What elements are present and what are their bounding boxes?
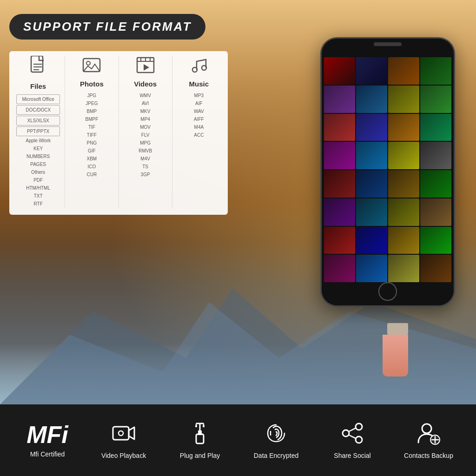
photo-cell-7 <box>388 86 419 113</box>
svg-point-7 <box>86 61 90 65</box>
photo-cell-27 <box>388 227 419 254</box>
photos-column: Photos JPG JPEG BMP BMPF TIF TIFF PNG GI… <box>65 56 119 208</box>
feature-contacts: Contacts Backup <box>390 421 467 459</box>
music-item-2: WAV <box>175 107 223 115</box>
photos-item-6: PNG <box>67 139 116 147</box>
videos-item-7: RMVB <box>121 147 170 155</box>
svg-line-32 <box>349 435 356 438</box>
videos-header: Videos <box>121 80 170 88</box>
usb-drive <box>383 323 408 377</box>
svg-point-18 <box>119 431 123 436</box>
files-item-11: TXT <box>14 192 62 200</box>
photos-item-8: XBM <box>67 155 116 163</box>
files-item-5: KEY <box>14 145 62 152</box>
photo-cell-10 <box>356 114 387 141</box>
photo-cell-1 <box>324 57 355 85</box>
photos-item-3: BMPF <box>67 115 116 123</box>
svg-marker-13 <box>144 64 149 71</box>
photo-cell-19 <box>388 170 419 198</box>
photo-cell-29 <box>324 255 355 282</box>
files-item-8: Others <box>14 168 62 176</box>
person-add-icon <box>416 421 441 448</box>
photos-item-5: TIFF <box>67 131 116 139</box>
files-item-3: PPT/PPTX <box>16 126 60 136</box>
photo-cell-12 <box>420 114 451 141</box>
photos-icon <box>67 56 116 77</box>
photo-cell-20 <box>420 170 451 198</box>
feature-video-label: Video Playback <box>101 452 146 459</box>
photo-cell-5 <box>324 86 355 113</box>
feature-encrypt-label: Data Encrypted <box>254 452 299 459</box>
files-item-4: Apple iWork <box>14 137 62 145</box>
files-header: Files <box>14 82 62 90</box>
feature-contacts-label: Contacts Backup <box>404 452 453 459</box>
photos-item-9: ICO <box>67 163 116 171</box>
phone-mockup <box>313 37 462 339</box>
fingerprint-icon <box>264 421 288 448</box>
mfi-text: MFi <box>26 423 68 447</box>
svg-rect-19 <box>196 434 204 443</box>
photos-item-1: JPEG <box>67 99 116 107</box>
photo-cell-18 <box>356 170 387 198</box>
svg-point-29 <box>343 430 349 436</box>
photo-cell-32 <box>420 255 451 282</box>
videos-item-0: WMV <box>121 92 170 99</box>
files-item-10: HTM/HTML <box>14 184 62 192</box>
photo-cell-2 <box>356 57 387 85</box>
photo-cell-23 <box>388 198 419 226</box>
files-item-2: XLS/XLSX <box>16 116 60 126</box>
music-header: Music <box>175 80 223 88</box>
photo-cell-21 <box>324 198 355 226</box>
music-item-4: M4A <box>175 123 223 131</box>
photo-cell-3 <box>388 57 419 85</box>
title-banner: SUPPORT FILE FORMAT <box>9 14 205 40</box>
files-item-1: DOC/DOCX <box>16 105 60 115</box>
svg-rect-25 <box>195 425 197 427</box>
music-icon <box>175 56 223 77</box>
photo-cell-31 <box>388 255 419 282</box>
photo-cell-13 <box>324 142 355 169</box>
videos-item-3: MP4 <box>121 115 170 123</box>
photo-cell-30 <box>356 255 387 282</box>
files-item-9: PDF <box>14 176 62 184</box>
videos-icon <box>121 56 170 77</box>
photo-cell-24 <box>420 198 451 226</box>
title-text: SUPPORT FILE FORMAT <box>23 20 192 33</box>
camera-icon <box>112 421 136 448</box>
feature-video: Video Playback <box>86 421 162 459</box>
svg-rect-26 <box>203 425 205 427</box>
svg-rect-20 <box>198 430 202 435</box>
photo-cell-26 <box>356 227 387 254</box>
svg-rect-6 <box>83 59 100 72</box>
phone-screen <box>322 39 454 305</box>
share-icon <box>340 421 364 448</box>
photos-item-0: JPG <box>67 92 116 99</box>
svg-line-31 <box>349 428 356 431</box>
feature-share: Share Social <box>314 421 390 459</box>
music-column: Music MP3 AIF WAV AIFF M4A ACC <box>172 56 225 208</box>
photo-cell-8 <box>420 86 451 113</box>
videos-item-5: FLV <box>121 131 170 139</box>
videos-item-1: AVI <box>121 99 170 107</box>
photos-item-2: BMP <box>67 107 116 115</box>
files-icon <box>14 56 62 79</box>
feature-encrypt: Data Encrypted <box>238 421 314 459</box>
photo-cell-6 <box>356 86 387 113</box>
photo-cell-14 <box>356 142 387 169</box>
svg-rect-16 <box>113 427 129 440</box>
photos-item-4: TIF <box>67 123 116 131</box>
phone-speaker <box>374 42 402 46</box>
files-item-7: PAGES <box>14 160 62 168</box>
photo-cell-4 <box>420 57 451 85</box>
svg-marker-17 <box>129 427 134 439</box>
svg-point-28 <box>356 423 362 430</box>
music-item-1: AIF <box>175 99 223 107</box>
phone-home-button <box>378 282 397 301</box>
photo-cell-17 <box>324 170 355 198</box>
files-item-0: Microsoft Office <box>16 94 60 104</box>
feature-mfi: MFi Mfi Certified <box>9 423 86 458</box>
videos-item-8: M4V <box>121 155 170 163</box>
feature-mfi-label: Mfi Certified <box>30 450 65 458</box>
bottom-feature-bar: MFi Mfi Certified Video Playback <box>0 404 476 476</box>
videos-column: Videos WMV AVI MKV MP4 MOV FLV MPG RMVB … <box>119 56 172 208</box>
